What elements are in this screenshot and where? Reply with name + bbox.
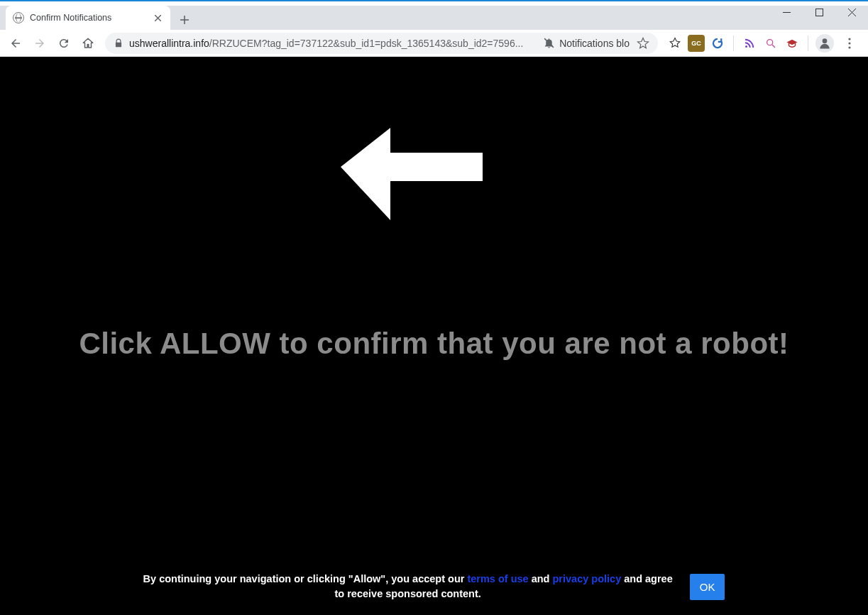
extension-icon-rss[interactable] xyxy=(741,35,758,52)
new-tab-button[interactable] xyxy=(175,10,194,30)
tab-strip: Confirm Notifications xyxy=(0,6,868,30)
toolbar-divider-2 xyxy=(808,36,808,51)
window-minimize-button[interactable] xyxy=(770,1,803,23)
consent-text-line2: to receive sponsored content. xyxy=(335,588,481,599)
extension-icon-hat[interactable] xyxy=(784,35,801,52)
browser-menu-button[interactable] xyxy=(838,32,861,55)
consent-text-post: and agree xyxy=(621,573,673,584)
extension-icon-1[interactable] xyxy=(666,35,683,52)
browser-tab[interactable]: Confirm Notifications xyxy=(6,6,170,30)
bell-slash-icon xyxy=(543,37,555,49)
window-maximize-button[interactable] xyxy=(803,1,835,23)
extension-icon-search[interactable] xyxy=(762,35,779,52)
ok-button[interactable]: OK xyxy=(690,574,725,600)
back-button[interactable] xyxy=(4,32,27,55)
svg-point-15 xyxy=(848,46,850,48)
url-path: /RRZUCEM?tag_id=737122&sub_id1=pdsk_1365… xyxy=(209,38,524,49)
consent-text: By continuing your navigation or clickin… xyxy=(143,572,673,603)
tab-title: Confirm Notifications xyxy=(30,13,146,23)
reload-button[interactable] xyxy=(53,32,75,55)
notifications-blocked-text: Notifications blo xyxy=(559,38,630,49)
svg-point-10 xyxy=(767,39,773,45)
privacy-policy-link[interactable]: privacy policy xyxy=(553,573,622,584)
extensions-area: GC xyxy=(664,32,864,55)
svg-point-14 xyxy=(848,42,850,44)
globe-icon xyxy=(13,12,24,23)
toolbar-divider xyxy=(733,36,734,51)
svg-point-9 xyxy=(745,45,747,48)
headline-text: Click ALLOW to confirm that you are not … xyxy=(0,327,868,361)
profile-avatar[interactable] xyxy=(815,34,834,53)
extension-icon-refresh[interactable] xyxy=(709,35,726,52)
browser-toolbar: ushwerallintra.info/RRZUCEM?tag_id=73712… xyxy=(0,30,868,57)
tab-close-button[interactable] xyxy=(152,12,163,23)
lock-icon xyxy=(114,38,123,48)
window-close-button[interactable] xyxy=(835,1,868,23)
notifications-blocked-indicator[interactable]: Notifications blo xyxy=(543,37,630,49)
home-button[interactable] xyxy=(77,32,99,55)
svg-line-11 xyxy=(772,45,775,48)
terms-of-use-link[interactable]: terms of use xyxy=(467,573,528,584)
page-content: Click ALLOW to confirm that you are not … xyxy=(0,57,868,615)
consent-footer: By continuing your navigation or clickin… xyxy=(0,572,868,603)
svg-point-12 xyxy=(823,38,828,43)
extension-icon-gc[interactable]: GC xyxy=(688,35,705,52)
svg-point-13 xyxy=(848,38,850,40)
window-titlebar xyxy=(0,0,868,6)
url-domain: ushwerallintra.info xyxy=(129,38,209,49)
consent-text-mid: and xyxy=(529,573,553,584)
forward-button[interactable] xyxy=(28,32,51,55)
svg-rect-1 xyxy=(815,9,823,16)
arrow-left-icon xyxy=(341,128,483,227)
consent-text-pre: By continuing your navigation or clickin… xyxy=(143,573,468,584)
svg-marker-16 xyxy=(341,128,483,220)
url-text: ushwerallintra.info/RRZUCEM?tag_id=73712… xyxy=(129,38,532,49)
address-bar[interactable]: ushwerallintra.info/RRZUCEM?tag_id=73712… xyxy=(105,33,658,54)
bookmark-star-icon[interactable] xyxy=(637,37,649,50)
